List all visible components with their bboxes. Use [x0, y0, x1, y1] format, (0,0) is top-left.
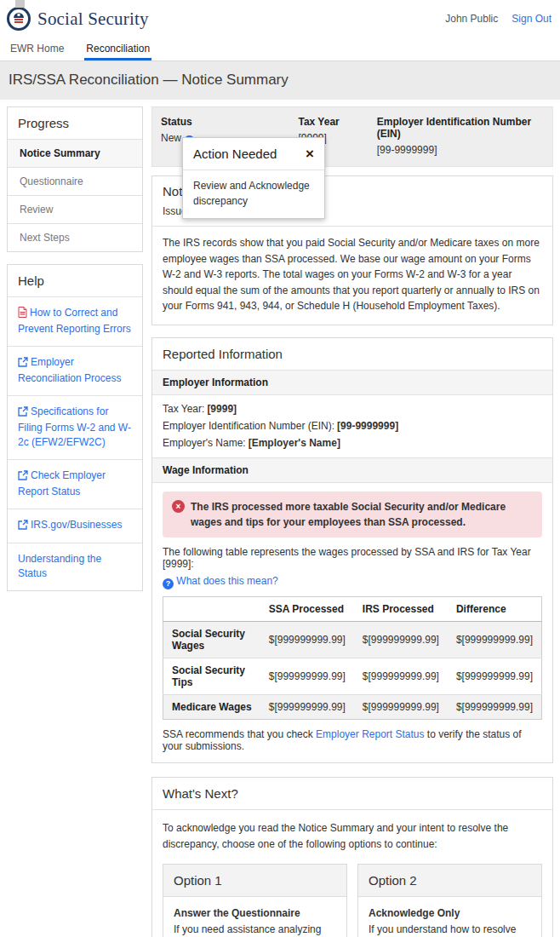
option-1-card: Option 1 Answer the Questionnaire If you…: [163, 864, 347, 937]
wage-information-body: × The IRS processed more taxable Social …: [152, 483, 552, 762]
tax-year-label: Tax Year: [298, 116, 376, 128]
close-icon[interactable]: ×: [306, 147, 314, 161]
what-does-this-mean-link[interactable]: What does this mean?: [176, 575, 277, 587]
page-title: IRS/SSA Reconciliation — Notice Summary: [9, 72, 551, 89]
option-2-subtitle: Acknowledge Only: [369, 907, 531, 919]
ssa-seal-icon: [7, 7, 31, 31]
error-icon: ×: [172, 500, 185, 513]
tab-ewr-home[interactable]: EWR Home: [9, 36, 66, 60]
content: Progress Notice Summary Questionnaire Re…: [0, 100, 560, 937]
sidebar-item-notice-summary[interactable]: Notice Summary: [8, 139, 142, 167]
option-1-subtitle: Answer the Questionnaire: [174, 907, 336, 919]
whats-next-intro: To acknowledge you read the Notice Summa…: [163, 820, 542, 852]
col-ssa-processed: SSA Processed: [260, 596, 354, 621]
browser-render-artifact: [15, 0, 25, 8]
page-title-bar: IRS/SSA Reconciliation — Notice Summary: [0, 61, 560, 100]
external-link-icon: [18, 406, 28, 421]
reported-heading: Reported Information: [152, 338, 552, 370]
notice-paragraph: The IRS records show that you paid Socia…: [152, 227, 552, 325]
help-card: Help How to Correct and Prevent Reportin…: [7, 264, 143, 591]
question-icon: ?: [163, 578, 174, 589]
table-help-line: ? What does this mean?: [163, 575, 542, 589]
progress-card: Progress Notice Summary Questionnaire Re…: [7, 106, 143, 252]
table-row: Medicare Wages $[999999999.99] $[9999999…: [163, 694, 542, 719]
ein-block: Employer Identification Number (EIN) [99…: [377, 116, 544, 156]
help-link-irs-gov[interactable]: IRS.gov/Businesses: [8, 509, 142, 543]
external-link-icon: [18, 520, 28, 534]
ein-value: [99-9999999]: [377, 144, 544, 156]
app-title: Social Security: [37, 9, 149, 30]
col-irs-processed: IRS Processed: [354, 596, 448, 621]
employer-fields: Tax Year:[9999] Employer Identification …: [152, 395, 552, 457]
table-intro: The following table represents the wages…: [163, 546, 542, 570]
popup-header: Action Needed ×: [183, 138, 324, 170]
sidebar-item-next-steps[interactable]: Next Steps: [8, 223, 142, 251]
option-2-text: If you understand how to resolve your di…: [369, 922, 531, 937]
primary-nav: EWR Home Reconciliation: [0, 36, 560, 61]
help-link-correct-prevent[interactable]: How to Correct and Prevent Reporting Err…: [8, 296, 142, 346]
option-1-title: Option 1: [163, 865, 346, 897]
popup-title: Action Needed: [193, 147, 277, 161]
pdf-icon: [18, 307, 27, 322]
tab-reconciliation[interactable]: Reconciliation: [84, 36, 151, 60]
ein-label: Employer Identification Number (EIN): [377, 116, 544, 140]
table-row: Social Security Wages $[999999999.99] $[…: [163, 621, 542, 658]
wages-table: SSA Processed IRS Processed Difference S…: [163, 596, 542, 720]
option-1-body: Answer the Questionnaire If you need ass…: [163, 897, 346, 937]
progress-title: Progress: [8, 107, 142, 139]
whats-next-card: What's Next? To acknowledge you read the…: [151, 777, 553, 937]
table-header-row: SSA Processed IRS Processed Difference: [163, 596, 542, 621]
field-employer-name: Employer's Name:[Employer's Name]: [163, 437, 542, 449]
external-link-icon: [18, 470, 28, 485]
help-title: Help: [8, 265, 142, 296]
help-link-specifications[interactable]: Specifications for Filing Forms W-2 and …: [8, 395, 142, 459]
action-needed-popup: Action Needed × Review and Acknowledge d…: [182, 137, 325, 219]
option-2-title: Option 2: [358, 865, 541, 897]
wage-information-subhead: Wage Information: [152, 457, 552, 483]
sign-out-link[interactable]: Sign Out: [511, 13, 551, 25]
option-2-card: Option 2 Acknowledge Only If you underst…: [357, 864, 542, 937]
status-label: Status: [161, 116, 298, 128]
whats-next-body: To acknowledge you read the Notice Summa…: [152, 810, 552, 937]
field-tax-year: Tax Year:[9999]: [163, 403, 542, 415]
discrepancy-alert: × The IRS processed more taxable Social …: [163, 491, 542, 537]
employer-report-status-link[interactable]: Employer Report Status: [316, 728, 424, 740]
sidebar-item-review[interactable]: Review: [8, 195, 142, 223]
external-link-icon: [18, 357, 28, 371]
employer-information-subhead: Employer Information: [152, 370, 552, 395]
help-link-understanding-status[interactable]: Understanding the Status: [8, 543, 142, 590]
field-ein: Employer Identification Number (EIN):[99…: [163, 420, 542, 432]
reported-information-card: Reported Information Employer Informatio…: [151, 337, 553, 763]
options-row: Option 1 Answer the Questionnaire If you…: [163, 864, 542, 937]
sidebar: Progress Notice Summary Questionnaire Re…: [7, 106, 143, 591]
help-link-check-report-status[interactable]: Check Employer Report Status: [8, 459, 142, 509]
recommendation-note: SSA recommends that you check Employer R…: [163, 728, 542, 752]
whats-next-heading: What's Next?: [152, 778, 552, 810]
option-2-body: Acknowledge Only If you understand how t…: [358, 897, 541, 937]
alert-text: The IRS processed more taxable Social Se…: [191, 499, 533, 530]
user-name: John Public: [445, 13, 498, 25]
main-column: Status New ? Tax Year [9999] Employer Id…: [151, 106, 553, 937]
col-difference: Difference: [448, 596, 542, 621]
site-header: Social Security John Public Sign Out: [0, 0, 560, 36]
table-row: Social Security Tips $[999999999.99] $[9…: [163, 658, 542, 694]
sidebar-item-questionnaire[interactable]: Questionnaire: [8, 167, 142, 195]
brand: Social Security: [7, 7, 149, 31]
popup-body: Review and Acknowledge discrepancy: [183, 170, 324, 218]
help-link-reconciliation-process[interactable]: Employer Reconciliation Process: [8, 346, 142, 395]
header-right: John Public Sign Out: [445, 13, 551, 25]
option-1-text: If you need assistance analyzing your is…: [174, 922, 336, 937]
